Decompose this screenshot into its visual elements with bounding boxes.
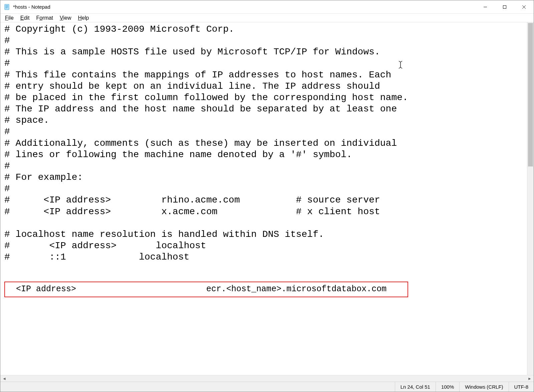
window-controls (476, 0, 534, 13)
text-line: # <IP address> localhost (4, 241, 206, 251)
text-line: # lines or following the machine name de… (4, 149, 352, 160)
scroll-left-icon[interactable]: ◄ (2, 376, 7, 381)
window-title: *hosts - Notepad (13, 4, 476, 10)
status-encoding: UTF-8 (509, 382, 534, 392)
text-line: # ::1 localhost (4, 252, 190, 262)
status-line-ending: Windows (CRLF) (459, 382, 508, 392)
menu-view[interactable]: View (56, 14, 74, 22)
text-line: # (4, 126, 10, 137)
title-bar: *hosts - Notepad (0, 0, 534, 14)
text-line: # (4, 183, 10, 194)
text-editor[interactable]: # Copyright (c) 1993-2009 Microsoft Corp… (0, 22, 527, 375)
scrollbar-thumb[interactable] (528, 23, 533, 166)
status-cursor-position: Ln 24, Col 51 (395, 382, 436, 392)
text-line: # For example: (4, 172, 83, 182)
menu-help[interactable]: Help (74, 14, 92, 22)
text-line: # entry should be kept on an individual … (4, 81, 380, 91)
text-line: # This file contains the mappings of IP … (4, 70, 391, 80)
text-line: # (4, 161, 10, 171)
minimize-button[interactable] (476, 0, 495, 13)
text-line: # <IP address> rhino.acme.com # source s… (4, 195, 380, 205)
menu-bar: File Edit Format View Help (0, 14, 534, 22)
text-line: # The IP address and the host name shoul… (4, 104, 397, 114)
menu-edit[interactable]: Edit (17, 14, 33, 22)
text-line: # localhost name resolution is handled w… (4, 229, 324, 240)
highlighted-entry: <IP address> ecr.<host_name>.microsoftda… (4, 282, 408, 297)
menu-format[interactable]: Format (33, 14, 56, 22)
status-bar: Ln 24, Col 51 100% Windows (CRLF) UTF-8 (0, 382, 534, 392)
text-line: # (4, 35, 10, 46)
text-line: # space. (4, 115, 49, 125)
maximize-button[interactable] (495, 0, 514, 13)
menu-file[interactable]: File (2, 14, 17, 22)
text-line: # <IP address> x.acme.com # x client hos… (4, 207, 380, 217)
text-line: # Additionally, comments (such as these)… (4, 138, 397, 148)
text-line: # (4, 58, 10, 68)
close-button[interactable] (514, 0, 534, 13)
notepad-app-icon (4, 4, 10, 10)
text-line: # This is a sample HOSTS file used by Mi… (4, 47, 380, 57)
vertical-scrollbar[interactable] (527, 22, 534, 375)
status-zoom: 100% (436, 382, 459, 392)
text-line: # be placed in the first column followed… (4, 92, 408, 103)
scroll-right-icon[interactable]: ► (527, 376, 532, 381)
svg-rect-6 (503, 5, 506, 8)
editor-area: # Copyright (c) 1993-2009 Microsoft Corp… (0, 22, 534, 375)
horizontal-scrollbar[interactable]: ◄ ► (0, 375, 534, 382)
text-line: # Copyright (c) 1993-2009 Microsoft Corp… (4, 24, 234, 34)
notepad-window: *hosts - Notepad File Edit Format View H… (0, 0, 534, 392)
